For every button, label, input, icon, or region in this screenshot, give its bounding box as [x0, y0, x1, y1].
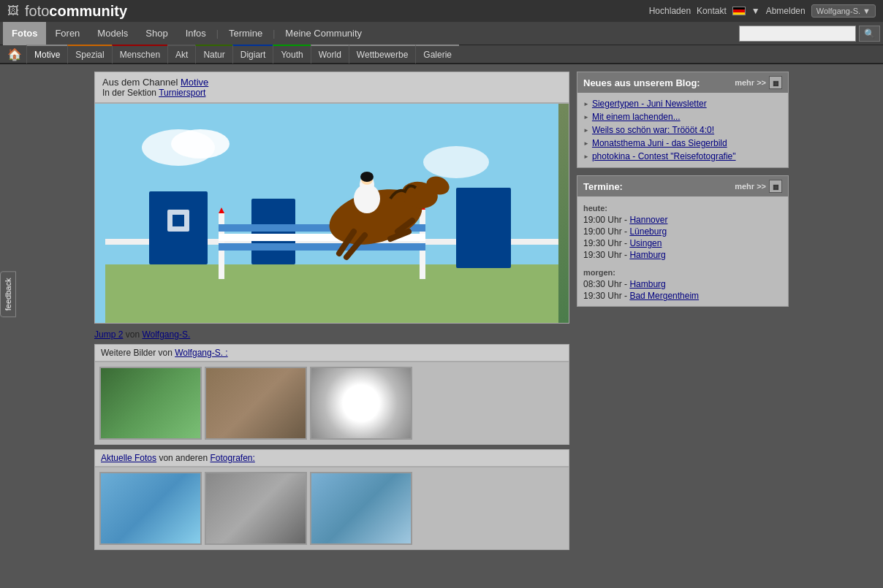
blog-item-2: Mit einem lachenden...: [583, 110, 782, 123]
blog-link-4[interactable]: Monatsthema Juni - das Siegerbild: [592, 138, 727, 148]
channel-title: Aus dem Channel Motive: [102, 77, 561, 88]
termine-mehr-link[interactable]: mehr >>: [735, 182, 766, 191]
svg-rect-10: [173, 215, 184, 226]
subnav-natur[interactable]: Natur: [195, 45, 232, 64]
termine-city-link-3[interactable]: Usingen: [629, 238, 662, 248]
subnav-motive[interactable]: Motive: [26, 45, 67, 64]
subnav-galerie[interactable]: Galerie: [415, 45, 459, 64]
blog-mehr-link[interactable]: mehr >>: [735, 78, 766, 87]
nav-fotos[interactable]: Fotos: [3, 22, 46, 45]
user-menu-button[interactable]: Wolfgang-S. ▼: [811, 4, 876, 18]
channel-section: In der Sektion Turniersport: [102, 88, 561, 98]
content-area: Aus dem Channel Motive In der Sektion Tu…: [94, 72, 569, 550]
termine-city-link-2[interactable]: Lüneburg: [629, 226, 667, 237]
aktuelle-thumb-2[interactable]: [205, 472, 307, 545]
blog-title: Neues aus unserem Blog:: [583, 77, 700, 88]
abmelden-link[interactable]: Abmelden: [766, 6, 806, 16]
nav-sep-2: |: [273, 28, 275, 39]
svg-point-2: [171, 129, 230, 159]
blog-header: Neues aus unserem Blog: mehr >> ▦: [577, 72, 788, 93]
termine-time-1: 19:00 Uhr -: [583, 215, 627, 225]
nav-infos[interactable]: Infos: [177, 22, 215, 45]
home-icon[interactable]: 🏠: [3, 47, 26, 61]
nav-shop[interactable]: Shop: [137, 22, 176, 45]
hochladen-link[interactable]: Hochladen: [649, 6, 691, 16]
aktuelle-strip: [94, 467, 569, 550]
horse-jump-image: [95, 104, 569, 323]
thumbnails-strip: [94, 362, 569, 445]
termine-time-2: 19:00 Uhr -: [583, 226, 627, 237]
weitere-bilder-header: Weitere Bilder von Wolfgang-S. :: [94, 344, 569, 362]
search-box: 🔍: [739, 26, 880, 42]
blog-item-5: photokina - Contest "Reisefotografie": [583, 150, 782, 163]
blog-item-1: Siegertypen - Juni Newsletter: [583, 97, 782, 110]
flag-germany-icon[interactable]: [732, 7, 746, 15]
blog-link-1[interactable]: Siegertypen - Juni Newsletter: [592, 99, 707, 109]
kontakt-link[interactable]: Kontakt: [697, 6, 727, 16]
termine-calendar-icon: ▦: [769, 180, 782, 193]
termine-title: Termine:: [583, 181, 623, 192]
site-logo[interactable]: fotocommunity: [25, 3, 127, 20]
termine-heute-1: 19:00 Uhr - Hannover: [583, 214, 782, 226]
termine-heute-4: 19:30 Uhr - Hamburg: [583, 249, 782, 261]
svg-rect-17: [219, 243, 425, 251]
topbar-actions: Hochladen Kontakt ▼ Abmelden Wolfgang-S.…: [649, 4, 876, 18]
termine-city-link-1[interactable]: Hannover: [629, 215, 667, 225]
search-button[interactable]: 🔍: [859, 26, 880, 42]
search-input[interactable]: [739, 26, 856, 42]
blog-item-3: Weils so schön war: Tröööt 4:0!: [583, 123, 782, 137]
flag-dropdown-icon: ▼: [751, 6, 760, 16]
thumbs-author-link[interactable]: Wolfgang-S. :: [175, 348, 227, 358]
aktuelle-fotografen-link[interactable]: Fotografen:: [210, 453, 254, 463]
aktuelle-thumb-3[interactable]: [310, 472, 412, 545]
blog-link-2[interactable]: Mit einem lachenden...: [592, 112, 681, 122]
photo-author-link[interactable]: Wolfgang-S.: [142, 329, 190, 340]
thumbnail-2[interactable]: [205, 367, 307, 440]
feedback-tab[interactable]: feedback: [0, 271, 16, 317]
subnav-menschen[interactable]: Menschen: [112, 45, 167, 64]
termine-morgen-1: 08:30 Uhr - Hamburg: [583, 278, 782, 290]
subnav-akt[interactable]: Akt: [167, 45, 195, 64]
subnav-digiart[interactable]: Digiart: [232, 45, 273, 64]
nav-sep-1: |: [216, 28, 219, 39]
nav-foren[interactable]: Foren: [46, 22, 88, 45]
termine-time-4: 19:30 Uhr -: [583, 250, 627, 260]
aktuelle-thumb-1[interactable]: [99, 472, 202, 545]
thumbnail-1[interactable]: [99, 367, 202, 440]
main-photo[interactable]: [95, 104, 569, 323]
main-image-container[interactable]: [94, 103, 569, 324]
subnav-youth[interactable]: Youth: [273, 45, 310, 64]
termine-header: Termine: mehr >> ▦: [577, 176, 788, 196]
nav-termine[interactable]: Termine: [220, 22, 271, 45]
termine-time-3: 19:30 Uhr -: [583, 238, 627, 248]
nav-meine-community[interactable]: Meine Community: [276, 22, 371, 45]
termine-heute-3: 19:30 Uhr - Usingen: [583, 237, 782, 249]
photo-caption: Jump 2 von Wolfgang-S.: [94, 328, 569, 344]
subnav-spezial[interactable]: Spezial: [67, 45, 111, 64]
blog-content: Siegertypen - Juni Newsletter Mit einem …: [577, 93, 788, 167]
subnav-world[interactable]: World: [311, 45, 349, 64]
logo-community: community: [49, 3, 127, 19]
blog-link-5[interactable]: photokina - Contest "Reisefotografie": [592, 151, 736, 161]
main-area: Aus dem Channel Motive In der Sektion Tu…: [94, 72, 789, 550]
photo-title-link[interactable]: Jump 2: [94, 329, 123, 340]
blog-link-3[interactable]: Weils so schön war: Tröööt 4:0!: [592, 125, 714, 135]
termine-mcity-link-1[interactable]: Hamburg: [629, 279, 665, 289]
section-link[interactable]: Turniersport: [159, 88, 205, 98]
termine-city-link-4[interactable]: Hamburg: [629, 250, 665, 260]
svg-point-3: [423, 146, 489, 178]
logo-foto: foto: [25, 3, 49, 19]
subnav-wettbewerbe[interactable]: Wettbewerbe: [349, 45, 415, 64]
channel-header: Aus dem Channel Motive In der Sektion Tu…: [94, 72, 569, 103]
weitere-prefix: Weitere Bilder von: [101, 348, 173, 358]
thumbnail-3[interactable]: [310, 367, 412, 440]
termine-mcity-link-2[interactable]: Bad Mergentheim: [629, 291, 699, 301]
morgen-label: morgen:: [583, 265, 782, 278]
channel-name-link[interactable]: Motive: [181, 77, 208, 88]
aktuelle-fotos-link[interactable]: Aktuelle Fotos: [101, 453, 156, 463]
main-navbar: Fotos Foren Models Shop Infos | Termine …: [0, 22, 883, 45]
termine-mtime-1: 08:30 Uhr -: [583, 279, 627, 289]
nav-models[interactable]: Models: [88, 22, 137, 45]
blog-item-4: Monatsthema Juni - das Siegerbild: [583, 137, 782, 150]
photo-by-text: von: [126, 329, 140, 340]
